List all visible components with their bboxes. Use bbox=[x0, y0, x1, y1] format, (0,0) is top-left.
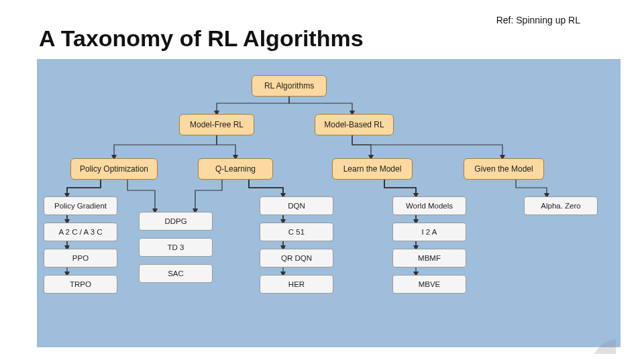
node-q-learning: Q-Learning bbox=[198, 158, 273, 180]
leaf-trpo: TRPO bbox=[44, 275, 117, 294]
leaf-qr-dqn: QR DQN bbox=[260, 249, 333, 267]
leaf-alphazero: Alpha. Zero bbox=[524, 196, 598, 215]
node-learn-model: Learn the Model bbox=[332, 158, 413, 180]
node-given-model: Given the Model bbox=[464, 158, 544, 180]
leaf-mbve: MBVE bbox=[392, 275, 466, 294]
diagram-canvas: RL Algorithms Model-Free RL Model-Based … bbox=[37, 59, 621, 347]
leaf-world-models: World Models bbox=[392, 196, 466, 215]
leaf-ppo: PPO bbox=[44, 249, 117, 267]
page-title: A Taxonomy of RL Algorithms bbox=[39, 25, 364, 52]
leaf-td3: TD 3 bbox=[139, 238, 213, 257]
node-policy-optimization: Policy Optimization bbox=[70, 158, 158, 180]
page: A Taxonomy of RL Algorithms Ref: Spinnin… bbox=[0, 0, 644, 362]
leaf-mbmf: MBMF bbox=[392, 249, 466, 267]
page-curl-icon bbox=[593, 338, 617, 357]
leaf-i2a: I 2 A bbox=[392, 223, 466, 241]
node-root: RL Algorithms bbox=[252, 75, 327, 97]
node-model-free: Model-Free RL bbox=[179, 114, 254, 135]
leaf-ddpg: DDPG bbox=[139, 212, 213, 231]
leaf-sac: SAC bbox=[139, 264, 213, 283]
leaf-policy-gradient: Policy Gradient bbox=[44, 196, 117, 215]
leaf-her: HER bbox=[260, 275, 333, 294]
node-model-based: Model-Based RL bbox=[315, 114, 394, 135]
leaf-a2c-a3c: A 2 C / A 3 C bbox=[44, 223, 117, 241]
reference-text: Ref: Spinning up RL bbox=[496, 15, 580, 25]
leaf-dqn: DQN bbox=[260, 196, 333, 215]
leaf-c51: C 51 bbox=[260, 223, 333, 241]
